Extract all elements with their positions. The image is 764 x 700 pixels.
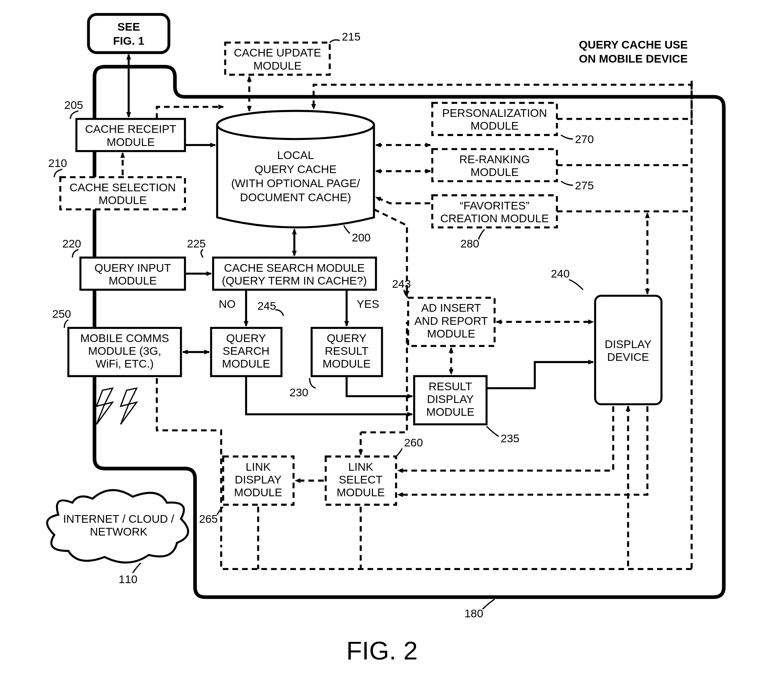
mobile-comms-l2: MODULE (3G, <box>88 345 161 357</box>
result-display-l2: DISPLAY <box>427 393 474 405</box>
cache-search-l2: (QUERY TERM IN CACHE?) <box>222 274 367 287</box>
ref-240: 240 <box>551 267 570 280</box>
result-display-l1: RESULT <box>429 380 472 392</box>
favorites-l1: “FAVORITES” <box>460 199 530 212</box>
yes-label: YES <box>357 298 379 310</box>
mobile-comms-l1: MOBILE COMMS <box>80 332 169 344</box>
ref-210: 210 <box>48 157 67 169</box>
internet-l1: INTERNET / CLOUD / <box>63 512 174 525</box>
ref-250: 250 <box>52 308 71 320</box>
link-select-l1: LINK <box>348 461 374 473</box>
cache-receipt-l1: CACHE RECEIPT <box>85 123 176 135</box>
ref-235: 235 <box>501 432 520 445</box>
query-input-l2: MODULE <box>109 274 157 287</box>
query-cache-l1: LOCAL <box>277 149 314 161</box>
reranking-l2: MODULE <box>471 166 519 178</box>
ref-110: 110 <box>119 573 138 585</box>
title-line1: QUERY CACHE USE <box>579 38 688 51</box>
cache-search-l1: CACHE SEARCH MODULE <box>224 261 365 274</box>
internet-l2: NETWORK <box>90 525 148 538</box>
query-cache-l4: DOCUMENT CACHE) <box>240 191 351 203</box>
ad-insert-l3: MODULE <box>427 327 476 340</box>
ref-245: 245 <box>257 300 276 312</box>
diagram-canvas: SEE FIG. 1 QUERY CACHE USE ON MOBILE DEV… <box>0 0 764 700</box>
link-select-l3: MODULE <box>337 486 385 498</box>
reranking-l1: RE-RANKING <box>459 153 530 166</box>
cache-update-l1: CACHE UPDATE <box>234 46 321 59</box>
query-result-l3: MODULE <box>323 357 371 370</box>
query-search-l3: MODULE <box>222 357 270 370</box>
internet-cloud: INTERNET / CLOUD / NETWORK <box>47 490 188 562</box>
leader-210 <box>54 169 62 177</box>
title-line2: ON MOBILE DEVICE <box>579 52 687 65</box>
leader-110 <box>133 563 141 573</box>
query-input-l1: QUERY INPUT <box>95 261 171 274</box>
ref-230: 230 <box>290 386 308 398</box>
ref-243: 243 <box>392 278 411 290</box>
link-display-l3: MODULE <box>234 486 282 498</box>
leader-215 <box>330 40 340 42</box>
ref-225: 225 <box>187 237 206 250</box>
favorites-l2: CREATION MODULE <box>440 212 549 225</box>
query-search-l2: SEARCH <box>223 345 270 357</box>
mobile-comms-l3: WiFi, ETC.) <box>96 357 154 370</box>
link-display-l2: DISPLAY <box>235 473 282 486</box>
ref-275: 275 <box>575 179 594 192</box>
personalization-l1: PERSONALIZATION <box>442 107 547 119</box>
result-display-l3: MODULE <box>426 406 474 418</box>
ref-205: 205 <box>64 99 83 111</box>
query-cache-l3: (WITH OPTIONAL PAGE/ <box>231 177 360 189</box>
cache-selection-l1: CACHE SELECTION <box>69 181 176 194</box>
svg-point-0 <box>217 111 374 139</box>
local-query-cache: LOCAL QUERY CACHE (WITH OPTIONAL PAGE/ D… <box>217 111 374 227</box>
leader-250 <box>64 320 68 328</box>
leader-205 <box>70 111 78 119</box>
see-fig1-text-1: SEE <box>117 20 139 33</box>
no-label: NO <box>219 298 236 310</box>
display-device-l2: DEVICE <box>607 351 649 363</box>
query-result-l1: QUERY <box>327 332 366 344</box>
link-select-l2: SELECT <box>339 473 382 486</box>
ref-270: 270 <box>575 133 594 145</box>
cache-update-l2: MODULE <box>254 59 302 72</box>
ref-200: 200 <box>352 231 371 244</box>
leader-220 <box>72 249 78 258</box>
cache-receipt-l2: MODULE <box>107 136 155 148</box>
query-search-l1: QUERY <box>226 332 266 344</box>
leader-180 <box>482 599 495 609</box>
ref-180: 180 <box>464 607 483 620</box>
ad-insert-l2: AND REPORT <box>415 314 488 327</box>
ref-220: 220 <box>62 237 81 250</box>
see-fig1-text-2: FIG. 1 <box>113 34 144 47</box>
link-display-l1: LINK <box>246 461 271 473</box>
query-result-l2: RESULT <box>325 345 368 357</box>
display-device-l1: DISPLAY <box>605 338 651 350</box>
personalization-l2: MODULE <box>471 119 519 132</box>
ref-215: 215 <box>342 30 361 43</box>
cache-selection-l2: MODULE <box>99 194 147 206</box>
query-cache-l2: QUERY CACHE <box>254 163 337 175</box>
figure-caption: FIG. 2 <box>346 636 418 665</box>
ad-insert-l1: AD INSERT <box>421 302 481 314</box>
ref-280: 280 <box>460 237 479 250</box>
ref-265: 265 <box>199 512 218 525</box>
ref-260: 260 <box>404 436 423 449</box>
